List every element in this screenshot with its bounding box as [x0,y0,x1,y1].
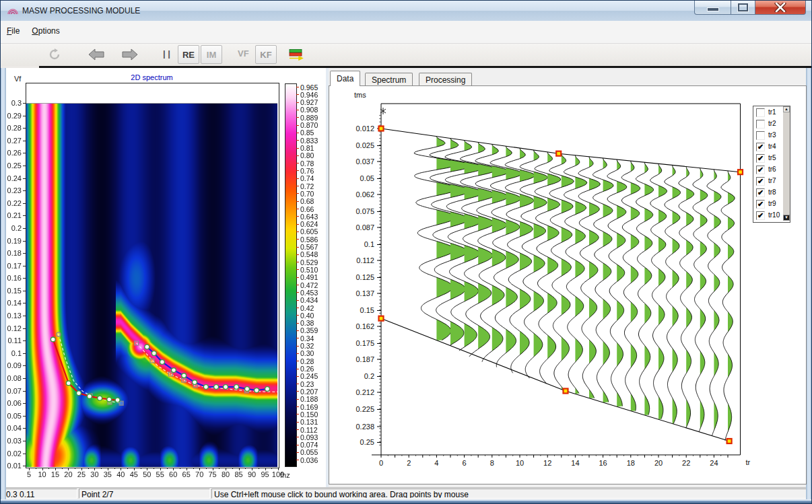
trace-checkbox-tr1[interactable] [756,108,765,117]
boundary-marker[interactable] [738,170,743,174]
trace-checkbox-tr6[interactable]: ✔ [756,166,765,174]
ghost-point-square[interactable] [182,378,186,382]
spectrum-y-tick [23,215,26,216]
picked-curve-red-point[interactable] [77,391,81,396]
picked-curve-red-point[interactable] [88,394,92,399]
trace-fill-tr24 [714,170,721,437]
spectrum-y-tick [23,141,26,141]
trace-wiggle-tr19 [636,162,654,415]
picked-curve-blue-point[interactable] [224,385,228,390]
top-boundary-line[interactable] [381,129,741,172]
scroll-down-button[interactable]: ▼ [783,215,790,221]
ghost-point-circle[interactable] [57,332,61,336]
refresh-icon[interactable] [48,48,61,61]
kf-button[interactable]: KF [255,45,277,64]
layers-flag-icon[interactable] [289,49,304,61]
colorbar-tick [296,376,299,377]
picked-curve-blue-point[interactable] [182,373,187,378]
seis-y-tick-label: 0.162 [356,322,374,330]
minimize-button[interactable] [694,1,731,15]
spectrum-y-tick [23,466,26,466]
picked-curve-blue-point[interactable] [145,345,149,349]
colorbar-tick-label: 0.188 [300,395,318,403]
spectrum-y-tick-label: 0.09 [6,361,22,369]
maximize-button[interactable] [731,1,755,15]
picked-curve-red-point[interactable] [50,337,55,342]
colorbar-tick-label: 0.965 [300,83,318,92]
scroll-up-button[interactable]: ▲ [783,106,790,112]
spectrum-y-tick-label: 0.1 [6,349,22,357]
picked-curve-red-point[interactable] [107,397,112,402]
re-button[interactable]: RE [178,45,199,64]
picked-curve-red-point[interactable] [66,381,71,386]
boundary-marker[interactable] [379,316,384,321]
spectrum-y-tick-label: 0.08 [6,374,22,382]
picked-curve-blue-point[interactable] [234,385,239,390]
bottom-boundary-line[interactable] [381,318,729,441]
boundary-marker[interactable] [564,389,568,394]
ghost-point-square[interactable] [168,372,172,376]
colorbar-tick [296,148,299,149]
forward-arrow-icon[interactable] [122,48,138,61]
trace-list-scrollbar[interactable]: ▲▼ [783,106,790,221]
boundary-marker[interactable] [379,127,384,131]
colorbar-tick-label: 0.605 [300,227,318,236]
close-button[interactable] [755,1,806,15]
colorbar-tick-label: 0.32 [300,342,314,350]
spectrum-y-tick-label: 0.07 [6,387,22,395]
seis-y-tick-label: 0.25 [360,438,374,446]
trace-checkbox-tr3[interactable] [756,131,765,140]
pause-separator: | | [163,48,170,59]
picked-curve-blue-point[interactable] [172,368,176,373]
colorbar-tick-label: 0.26 [300,365,314,373]
colorbar-tick-label: 0.72 [300,182,314,190]
seismogram-plot[interactable]: 0.0120.0250.0370.050.0620.0750.0870.10.1… [334,87,805,474]
boundary-marker[interactable] [556,151,561,156]
picked-curve-blue-point[interactable] [193,380,197,385]
boundary-marker[interactable] [727,439,732,443]
spectrum-overlay[interactable] [26,103,277,467]
picked-curve-blue-point[interactable] [265,387,270,392]
im-button[interactable]: IM [201,45,222,64]
picked-curve-blue-point[interactable] [245,387,250,392]
trace-checkbox-tr7[interactable]: ✔ [756,177,765,186]
menu-item-file[interactable]: File [1,21,26,36]
trace-checkbox-tr10[interactable]: ✔ [756,211,765,220]
picked-curve-red-point[interactable] [98,396,102,400]
picked-curve-blue-point[interactable] [214,385,219,390]
trace-checkbox-tr4[interactable]: ✔ [756,143,765,151]
colorbar-tick-label: 0.23 [300,380,314,388]
colorbar-tick [296,445,299,445]
tab-spectrum[interactable]: Spectrum [365,73,413,86]
colorbar-tick-label: 0.055 [300,448,318,456]
picked-curve-red-point[interactable] [115,398,120,402]
spectrum-y-tick-label: 0.15 [6,287,22,295]
picked-curve-blue[interactable] [147,347,267,391]
ghost-point-square[interactable] [119,401,123,405]
picked-curve-blue-point[interactable] [204,385,209,390]
ghost-point-square[interactable] [150,359,154,363]
trace-checkbox-tr5[interactable]: ✔ [756,154,765,163]
trace-checkbox-tr9[interactable]: ✔ [756,200,765,209]
menu-item-options[interactable]: Options [26,21,65,36]
ghost-point-square[interactable] [135,341,139,345]
trace-checkbox-tr8[interactable]: ✔ [756,188,765,197]
colorbar-tick-label: 0.833 [300,137,318,145]
picked-curve-blue-point[interactable] [160,360,165,365]
trace-fill-tr10 [520,148,535,373]
picked-curve-blue-point[interactable] [255,388,259,393]
title-bar[interactable]: MASW PROCESSING MODULE [1,1,811,22]
picked-curve-blue-point[interactable] [151,351,156,356]
spectrum-y-tick [23,266,26,266]
spectrum-y-tick-label: 0.27 [6,137,22,145]
trace-fill-tr16 [603,158,613,402]
colorbar-tick-label: 0.34 [300,334,314,343]
seis-x-tick-label: 16 [599,459,607,467]
tab-data[interactable]: Data [330,71,360,86]
trace-checkbox-tr2[interactable] [756,120,765,129]
colorbar-tick [296,262,299,262]
spectrum-panel: Vf 2D spectrum 0.30.290.280.270.260.250.… [6,68,326,487]
back-arrow-icon[interactable] [88,48,104,61]
tab-processing[interactable]: Processing [419,73,472,86]
seis-x-tick-label: 4 [434,459,438,467]
